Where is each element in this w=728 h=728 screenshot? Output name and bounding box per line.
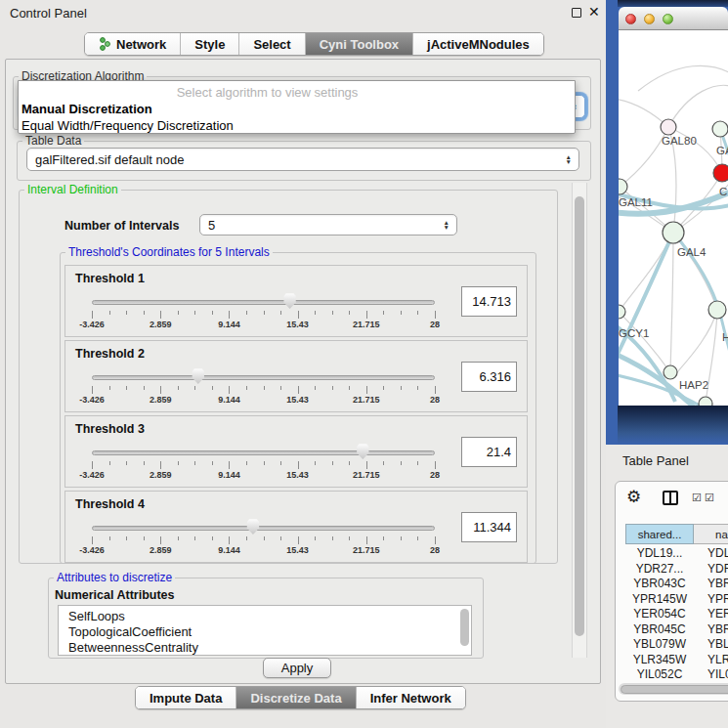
network-node[interactable] bbox=[699, 397, 712, 406]
cell-name[interactable]: YBR043C bbox=[694, 577, 728, 592]
network-edge[interactable] bbox=[670, 233, 673, 372]
threshold-value-field[interactable]: 14.713 bbox=[461, 286, 517, 317]
threshold-value-field[interactable]: 6.316 bbox=[461, 362, 517, 392]
column-header-name[interactable]: name bbox=[694, 524, 728, 544]
hscrollbar-thumb[interactable] bbox=[621, 685, 728, 694]
cell-name[interactable]: YDL19... bbox=[694, 546, 728, 562]
cell-shared-name[interactable]: YER054C bbox=[625, 607, 694, 622]
network-edge[interactable] bbox=[619, 312, 670, 372]
tick-label: 28 bbox=[430, 320, 440, 329]
table-row[interactable]: YBR043CYBR043C bbox=[625, 577, 728, 592]
attribute-list-item[interactable]: SelfLoops bbox=[59, 609, 471, 624]
tab-discretize-data[interactable]: Discretize Data bbox=[236, 687, 356, 708]
network-node[interactable] bbox=[663, 222, 684, 243]
scrollbar-thumb[interactable] bbox=[575, 196, 584, 636]
slider-thumb[interactable] bbox=[356, 444, 369, 459]
close-traffic-light[interactable] bbox=[625, 14, 636, 24]
slider-track[interactable] bbox=[92, 526, 435, 531]
network-node[interactable] bbox=[712, 121, 728, 137]
cell-name[interactable]: YIL052C bbox=[694, 667, 728, 683]
checkbox-icon[interactable]: ☑ bbox=[705, 492, 714, 504]
tick-mark bbox=[280, 461, 281, 465]
numerical-attributes-list[interactable]: SelfLoopsTopologicalCoefficientBetweenne… bbox=[58, 605, 472, 656]
tick-label: 28 bbox=[430, 470, 440, 480]
network-edge[interactable] bbox=[673, 233, 717, 310]
table-row[interactable]: YIL052CYIL052C bbox=[625, 667, 728, 683]
tab-jactivemnodules-label: jActiveMNodules bbox=[427, 37, 530, 52]
slider-thumb[interactable] bbox=[192, 368, 205, 384]
list-scrollbar-thumb[interactable] bbox=[460, 609, 469, 646]
network-node[interactable] bbox=[664, 365, 677, 379]
cell-name[interactable]: YLR345W bbox=[694, 653, 728, 668]
table-row[interactable]: YBR045CYBR045C bbox=[625, 622, 728, 638]
tick-label: 2.859 bbox=[150, 320, 172, 329]
cell-shared-name[interactable]: YIL052C bbox=[625, 667, 694, 683]
table-row[interactable]: YBL079WYBL079W bbox=[625, 637, 728, 653]
tick-mark bbox=[435, 386, 436, 394]
threshold-value-field[interactable]: 11.344 bbox=[461, 512, 517, 542]
tick-mark bbox=[194, 311, 195, 315]
cell-name[interactable]: YBL079W bbox=[694, 637, 728, 653]
close-icon[interactable]: ✕ bbox=[588, 4, 600, 20]
float-window-icon[interactable] bbox=[572, 8, 581, 18]
cell-shared-name[interactable]: YBR045C bbox=[625, 622, 694, 638]
split-columns-icon[interactable] bbox=[663, 491, 678, 505]
cell-shared-name[interactable]: YPR145W bbox=[625, 592, 694, 608]
table-data-title: Table Data bbox=[22, 134, 84, 148]
slider-thumb[interactable] bbox=[283, 293, 297, 309]
tick-mark bbox=[178, 536, 179, 540]
attribute-list-item[interactable]: BetweennessCentrality bbox=[59, 640, 471, 656]
network-edge[interactable] bbox=[619, 99, 668, 127]
cell-shared-name[interactable]: YDR27... bbox=[625, 562, 694, 578]
cell-name[interactable]: YER054C bbox=[694, 607, 728, 622]
table-row[interactable]: YLR345WYLR345W bbox=[625, 653, 728, 668]
control-panel-titlebar: Control Panel ✕ bbox=[0, 0, 606, 25]
dropdown-option-manual[interactable]: Manual Discretization bbox=[21, 102, 152, 116]
apply-button[interactable]: Apply bbox=[263, 658, 331, 678]
table-row[interactable]: YDL19...YDL19... bbox=[625, 546, 728, 562]
threshold-value-field[interactable]: 21.4 bbox=[461, 437, 517, 467]
slider-thumb[interactable] bbox=[246, 519, 260, 535]
dropdown-option-equal-width[interactable]: Equal Width/Frequency Discretization bbox=[21, 118, 234, 133]
table-row[interactable]: YER054CYER054C bbox=[625, 607, 728, 622]
network-edge-highlighted[interactable] bbox=[619, 233, 673, 364]
attribute-list-item[interactable]: TopologicalCoefficient bbox=[59, 624, 471, 640]
minimize-traffic-light[interactable] bbox=[644, 14, 655, 24]
network-window-titlebar[interactable] bbox=[619, 7, 728, 30]
cell-name[interactable]: YDR27... bbox=[694, 562, 728, 578]
cell-name[interactable]: YBR045C bbox=[694, 622, 728, 638]
network-node[interactable] bbox=[661, 119, 676, 135]
slider-track[interactable] bbox=[92, 300, 435, 305]
tick-mark bbox=[332, 311, 333, 315]
tab-select[interactable]: Select bbox=[239, 33, 305, 55]
tab-infer-network[interactable]: Infer Network bbox=[357, 687, 465, 708]
zoom-traffic-light[interactable] bbox=[663, 14, 673, 24]
network-node[interactable] bbox=[708, 301, 726, 319]
network-edge[interactable] bbox=[619, 233, 673, 312]
gear-icon[interactable]: ⚙ bbox=[626, 487, 641, 507]
table-horizontal-scrollbar[interactable] bbox=[619, 683, 728, 695]
tab-style[interactable]: Style bbox=[181, 33, 239, 55]
tab-network[interactable]: Network bbox=[85, 33, 181, 55]
number-of-intervals-combobox[interactable]: 5 ▲▼ bbox=[199, 214, 457, 236]
cell-shared-name[interactable]: YLR345W bbox=[625, 653, 694, 668]
slider-track[interactable] bbox=[92, 450, 435, 455]
network-node[interactable] bbox=[619, 305, 625, 319]
tab-impute-data[interactable]: Impute Data bbox=[136, 687, 236, 708]
table-row[interactable]: YPR145WYPR145W bbox=[625, 592, 728, 608]
tab-jactivemnodules[interactable]: jActiveMNodules bbox=[413, 33, 543, 55]
tab-cyni-toolbox[interactable]: Cyni Toolbox bbox=[306, 33, 413, 55]
table-data-combobox[interactable]: galFiltered.sif default node ▲▼ bbox=[26, 148, 579, 171]
cell-shared-name[interactable]: YDL19... bbox=[625, 546, 694, 562]
column-header-shared-name[interactable]: shared... bbox=[625, 524, 694, 544]
network-canvas[interactable]: GAL80GACGAL11GAL4GCY1HIHAP2 bbox=[619, 30, 728, 406]
network-node[interactable] bbox=[713, 164, 728, 182]
panel-vertical-scrollbar[interactable] bbox=[572, 183, 587, 658]
cell-shared-name[interactable]: YBL079W bbox=[625, 637, 694, 653]
checkbox-icon[interactable]: ☑ bbox=[692, 492, 702, 504]
cell-shared-name[interactable]: YBR043C bbox=[625, 577, 694, 592]
slider-track[interactable] bbox=[92, 375, 435, 380]
cell-name[interactable]: YPR145W bbox=[694, 592, 728, 608]
table-row[interactable]: YDR27...YDR27... bbox=[625, 562, 728, 578]
network-edge[interactable] bbox=[638, 65, 728, 91]
